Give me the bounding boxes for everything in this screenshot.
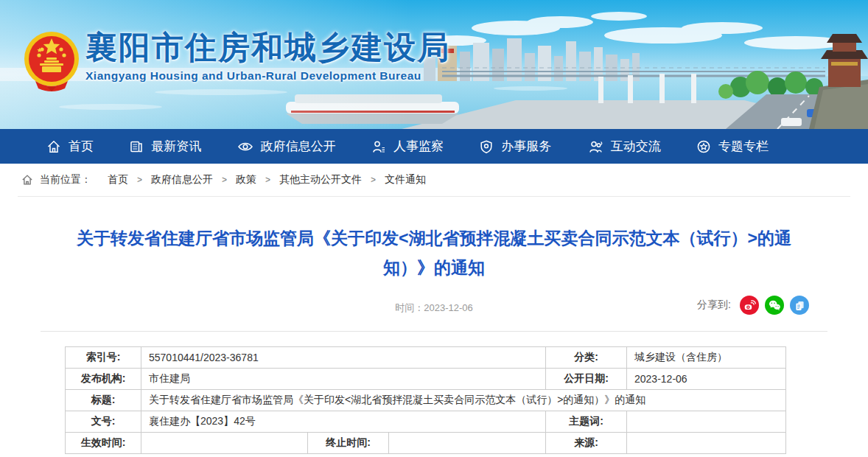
header-banner: 襄阳市住房和城乡建设局 Xiangyang Housing and Urban-…	[0, 0, 868, 129]
doc-number-label: 文号:	[66, 411, 141, 433]
people-chat-icon	[587, 139, 604, 155]
end-date-value	[389, 433, 546, 454]
doc-title-label: 标题:	[66, 390, 141, 411]
document-info-table: 索引号: 557010441/2023-36781 分类: 城乡建设（含住房） …	[65, 346, 786, 454]
issuing-agency-label: 发布机构:	[66, 369, 141, 390]
nav-item-interaction[interactable]: 互动交流	[587, 138, 661, 155]
breadcrumb-item-gov-info[interactable]: 政府信息公开	[151, 173, 213, 186]
breadcrumb-label: 当前位置：	[40, 173, 91, 186]
breadcrumb-separator: >	[222, 175, 227, 185]
national-emblem-icon	[22, 29, 81, 91]
weibo-share-icon[interactable]	[740, 296, 759, 315]
table-row: 生效时间: 终止时间: 来源:	[66, 433, 786, 454]
share-label: 分享到:	[697, 299, 731, 312]
publish-date-value: 2023-12-06	[627, 369, 786, 390]
nav-label: 互动交流	[611, 138, 661, 155]
effective-date-label: 生效时间:	[66, 433, 141, 454]
time-value: 2023-12-06	[424, 302, 473, 313]
breadcrumb-separator: >	[137, 175, 142, 185]
home-icon	[46, 139, 62, 155]
site-logo-link[interactable]: 襄阳市住房和城乡建设局 Xiangyang Housing and Urban-…	[22, 29, 450, 91]
breadcrumb-divider	[18, 196, 850, 197]
effective-date-value	[141, 433, 308, 454]
keywords-value	[627, 411, 786, 433]
main-nav: 首页 最新资讯 政府信息公开 人事监察 办事服务 互动交流	[0, 129, 868, 164]
breadcrumb-item-policy[interactable]: 政策	[236, 173, 256, 186]
table-row: 文号: 襄住建办【2023】42号 主题词:	[66, 411, 786, 433]
breadcrumb-separator: >	[265, 175, 270, 185]
article-meta: 时间：2023-12-06 分享到:	[0, 294, 868, 324]
breadcrumb: 当前位置： 首页 > 政府信息公开 > 政策 > 其他主动公开文件 > 文件通知	[0, 164, 868, 196]
site-subtitle: Xiangyang Housing and Urban-Rural Develo…	[85, 69, 450, 83]
copy-share-icon[interactable]	[790, 296, 809, 315]
news-icon	[128, 139, 144, 155]
category-label: 分类:	[546, 347, 627, 369]
table-row: 发布机构: 市住建局 公开日期: 2023-12-06	[66, 369, 786, 390]
publish-date-label: 公开日期:	[546, 369, 627, 390]
table-row: 标题: 关于转发省住建厅省市场监管局《关于印发<湖北省预拌混凝土买卖合同示范文本…	[66, 390, 786, 411]
time-label: 时间：	[395, 302, 424, 313]
nav-item-personnel[interactable]: 人事监察	[371, 138, 444, 155]
shield-icon	[478, 139, 494, 155]
nav-label: 专题专栏	[718, 138, 769, 155]
index-number-value: 557010441/2023-36781	[141, 347, 546, 369]
keywords-label: 主题词:	[546, 411, 627, 433]
content-divider	[41, 331, 827, 332]
source-label: 来源:	[546, 433, 627, 454]
breadcrumb-home-icon	[21, 173, 34, 186]
breadcrumb-separator: >	[371, 175, 376, 185]
nav-item-gov-info[interactable]: 政府信息公开	[237, 138, 336, 155]
source-value	[627, 433, 786, 454]
nav-item-special-topics[interactable]: 专题专栏	[696, 138, 769, 155]
nav-label: 政府信息公开	[261, 138, 336, 155]
issuing-agency-value: 市住建局	[141, 369, 546, 390]
nav-label: 最新资讯	[151, 138, 201, 155]
eye-icon	[237, 139, 254, 155]
table-row: 索引号: 557010441/2023-36781 分类: 城乡建设（含住房）	[66, 347, 786, 369]
nav-label: 首页	[69, 138, 94, 155]
nav-item-news[interactable]: 最新资讯	[128, 138, 201, 155]
category-value: 城乡建设（含住房）	[627, 347, 786, 369]
breadcrumb-item-other-docs[interactable]: 其他主动公开文件	[279, 173, 362, 186]
nav-item-home[interactable]: 首页	[46, 138, 94, 155]
star-circle-icon	[696, 139, 712, 155]
site-title: 襄阳市住房和城乡建设局	[85, 29, 450, 65]
end-date-label: 终止时间:	[308, 433, 389, 454]
breadcrumb-item-notices[interactable]: 文件通知	[385, 173, 426, 186]
wechat-share-icon[interactable]	[765, 296, 784, 315]
nav-label: 办事服务	[501, 138, 551, 155]
article-title: 关于转发省住建厅省市场监管局《关于印发<湖北省预拌混凝土买卖合同示范文本（试行）…	[69, 223, 799, 282]
doc-number-value: 襄住建办【2023】42号	[141, 411, 546, 433]
nav-label: 人事监察	[393, 138, 444, 155]
person-roster-icon	[371, 139, 387, 155]
doc-title-value: 关于转发省住建厅省市场监管局《关于印发<湖北省预拌混凝土买卖合同示范文本（试行）…	[141, 390, 786, 411]
index-number-label: 索引号:	[66, 347, 141, 369]
nav-item-services[interactable]: 办事服务	[478, 138, 551, 155]
share-bar: 分享到:	[697, 296, 809, 315]
breadcrumb-item-home[interactable]: 首页	[108, 173, 128, 186]
